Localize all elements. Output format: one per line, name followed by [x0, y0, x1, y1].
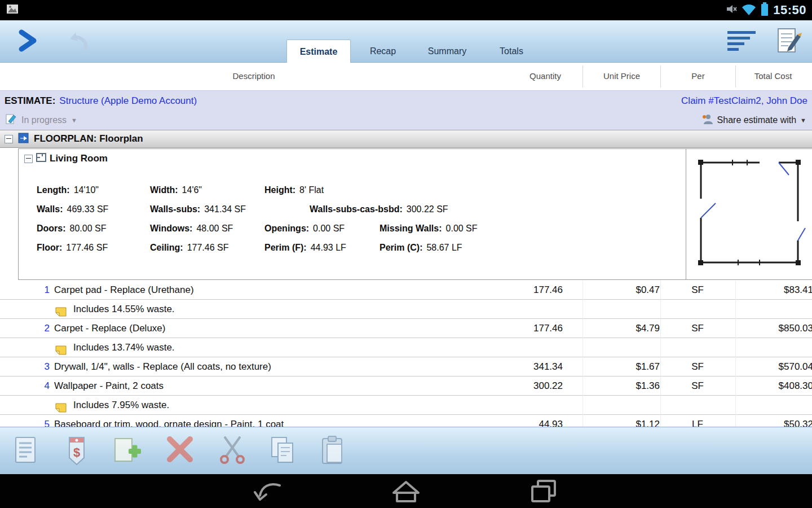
floorplan-group-header[interactable]: FLOORPLAN: Floorplan — [0, 130, 812, 148]
estimate-header: ESTIMATE:Structure (Apple Demo Account) … — [0, 90, 812, 111]
room-stat: Missing Walls:0.00 SF — [379, 224, 478, 234]
column-unit-price: Unit Price — [583, 71, 660, 81]
column-divider — [660, 65, 661, 87]
line-item-row[interactable]: 1 Carpet pad - Replace (Urethane) 177.46… — [0, 281, 812, 300]
back-button[interactable] — [251, 478, 285, 504]
paste-icon[interactable] — [319, 435, 347, 468]
copy-icon[interactable] — [268, 435, 298, 468]
room-stat: Length:14'10" — [37, 185, 99, 195]
column-per: Per — [661, 71, 735, 81]
line-item-row[interactable]: 2 Carpet - Replace (Deluxe) 177.46 $4.79… — [0, 319, 812, 338]
android-status-bar: 15:50 — [0, 0, 812, 20]
column-divider — [735, 281, 736, 450]
collapse-icon[interactable] — [24, 155, 33, 163]
share-estimate-dropdown[interactable]: Share estimate with ▼ — [702, 113, 806, 127]
wifi-icon — [742, 2, 756, 18]
line-item-row[interactable]: 4 Wallpaper - Paint, 2 coats 300.22 $1.3… — [0, 376, 812, 396]
status-text: In progress — [21, 115, 67, 125]
column-divider — [582, 281, 583, 450]
forward-arrow-icon[interactable] — [15, 28, 41, 56]
room-stat: Walls:469.33 SF — [37, 204, 108, 214]
add-item-icon[interactable] — [112, 435, 143, 468]
room-name: Living Room — [50, 153, 108, 164]
estimate-label: ESTIMATE: — [5, 95, 55, 106]
cut-icon[interactable] — [218, 435, 247, 467]
svg-text:$: $ — [73, 445, 80, 459]
tab-recap[interactable]: Recap — [351, 40, 415, 63]
estimate-status-row: In progress ▼ Share estimate with ▼ — [0, 111, 812, 130]
column-description: Description — [214, 71, 293, 81]
item-description: Carpet - Replace (Deluxe) — [54, 319, 165, 338]
app-toolbar: Estimate Recap Summary Totals — [0, 20, 812, 63]
item-unit-price: $0.47 — [592, 281, 660, 299]
mute-icon — [726, 3, 737, 17]
item-note-row[interactable]: Includes 13.74% waste. — [0, 338, 812, 357]
chevron-down-icon: ▼ — [71, 117, 77, 124]
item-note-row[interactable]: Includes 7.95% waste. — [0, 396, 812, 415]
collapse-icon[interactable] — [5, 135, 13, 143]
room-stat: Walls-subs-cas-bsbd:300.22 SF — [310, 204, 448, 214]
edit-document-icon[interactable] — [776, 27, 803, 58]
room-stat: Floor:177.46 SF — [37, 243, 108, 253]
item-per: SF — [679, 376, 716, 395]
item-description: Carpet pad - Replace (Urethane) — [54, 281, 194, 299]
android-nav-bar — [0, 474, 812, 508]
item-description: Wallpaper - Paint, 2 coats — [54, 376, 164, 395]
item-total: $850.03 — [742, 319, 812, 338]
room-header[interactable]: Living Room — [24, 153, 108, 164]
tab-summary[interactable]: Summary — [415, 40, 479, 63]
tab-bar: Estimate Recap Summary Totals — [286, 40, 544, 63]
item-note: Includes 7.95% waste. — [73, 396, 169, 414]
item-per: SF — [679, 281, 716, 299]
tab-totals[interactable]: Totals — [479, 40, 544, 63]
share-label: Share estimate with — [717, 115, 797, 125]
item-number: 1 — [38, 281, 50, 299]
item-quantity: 177.46 — [495, 319, 563, 338]
app-screen: 15:50 Estimate Recap Summary Totals Desc… — [0, 0, 812, 508]
item-list-icon[interactable] — [727, 29, 756, 55]
undo-icon[interactable] — [65, 30, 90, 55]
item-unit-price: $4.79 — [592, 319, 660, 338]
room-stat: Perim (C):58.67 LF — [379, 243, 462, 253]
tab-estimate[interactable]: Estimate — [286, 40, 351, 63]
action-toolbar: $ — [0, 427, 812, 475]
line-items-table: 1 Carpet pad - Replace (Urethane) 177.46… — [0, 281, 812, 450]
column-total-cost: Total Cost — [736, 71, 810, 81]
delete-icon[interactable] — [165, 435, 195, 466]
estimate-name: Structure (Apple Demo Account) — [59, 95, 197, 106]
table-header: Description Quantity Unit Price Per Tota… — [0, 63, 812, 90]
home-button[interactable] — [389, 478, 423, 504]
recent-apps-button[interactable] — [527, 478, 561, 504]
price-tag-icon[interactable]: $ — [63, 435, 90, 468]
column-divider — [660, 281, 661, 450]
claim-link[interactable]: Claim #TestClaim2, John Doe — [681, 95, 807, 107]
item-quantity: 300.22 — [495, 376, 563, 395]
item-note-row[interactable]: Includes 14.55% waste. — [0, 300, 812, 319]
chevron-down-icon: ▼ — [800, 117, 806, 124]
room-stat: Width:14'6" — [150, 185, 202, 195]
edit-status-icon — [6, 113, 17, 127]
item-per: SF — [679, 319, 716, 338]
item-unit-price: $1.67 — [592, 357, 660, 376]
line-item-row[interactable]: 3 Drywall, 1/4", walls - Replace (All co… — [0, 357, 812, 376]
room-stat: Walls-subs:341.34 SF — [150, 204, 246, 214]
item-number: 2 — [38, 319, 50, 338]
room-stat: Windows:48.00 SF — [150, 224, 233, 234]
item-description: Drywall, 1/4", walls - Replace (All coat… — [54, 357, 271, 376]
column-divider — [735, 65, 736, 87]
item-note: Includes 14.55% waste. — [73, 300, 175, 318]
battery-icon — [761, 2, 769, 19]
item-total: $408.30 — [742, 376, 812, 395]
item-per: SF — [679, 357, 716, 376]
room-stat: Perim (F):44.93 LF — [264, 243, 346, 253]
clock: 15:50 — [773, 3, 806, 17]
item-number: 3 — [38, 357, 50, 376]
status-dropdown[interactable]: In progress ▼ — [6, 113, 77, 127]
room-stat: Height:8' Flat — [264, 185, 324, 195]
item-note: Includes 13.74% waste. — [73, 338, 175, 357]
room-stat: Doors:80.00 SF — [37, 224, 107, 234]
room-stat: Openings:0.00 SF — [264, 224, 345, 234]
floorplan-thumbnail[interactable] — [686, 149, 812, 279]
notes-icon[interactable] — [11, 435, 42, 468]
item-unit-price: $1.36 — [592, 376, 660, 395]
